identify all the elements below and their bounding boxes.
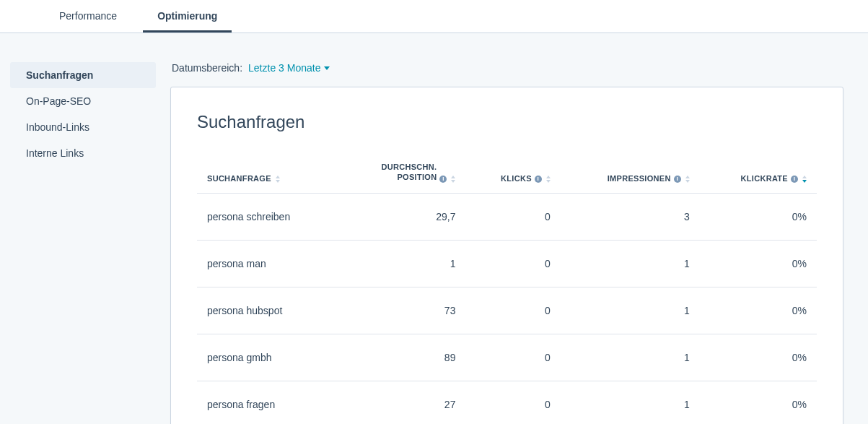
tab-optimierung[interactable]: Optimierung <box>143 0 232 33</box>
date-range-label: Datumsbereich: <box>172 62 242 74</box>
col-header-query[interactable]: SUCHANFRAGE <box>197 154 338 193</box>
sort-icon <box>802 176 807 183</box>
sidebar: Suchanfragen On-Page-SEO Inbound-Links I… <box>10 62 156 424</box>
cell-position: 73 <box>338 287 466 334</box>
page-body: Suchanfragen On-Page-SEO Inbound-Links I… <box>0 33 868 424</box>
cell-query: persona man <box>197 240 338 287</box>
date-range-select[interactable]: Letzte 3 Monate <box>248 62 330 74</box>
table-row: persona gmbh89010% <box>197 334 817 381</box>
col-header-position-label-2: POSITION <box>397 173 437 183</box>
col-header-clicks[interactable]: KLICKS i <box>465 154 560 193</box>
cell-position: 29,7 <box>338 193 466 240</box>
cell-position: 89 <box>338 334 466 381</box>
cell-clicks: 0 <box>465 287 560 334</box>
top-tabs: Performance Optimierung <box>0 0 868 33</box>
col-header-clicks-label: KLICKS <box>501 174 532 183</box>
cell-query: persona fragen <box>197 381 338 424</box>
cell-impressions: 1 <box>561 381 700 424</box>
sort-icon <box>451 176 455 183</box>
sort-icon <box>546 176 551 183</box>
col-header-position-label-1: DURCHSCHN. <box>381 163 437 173</box>
info-icon: i <box>791 176 798 183</box>
queries-table: SUCHANFRAGE DURCHSCHN. POSITION i <box>197 154 817 424</box>
cell-impressions: 3 <box>561 193 700 240</box>
cell-query: persona hubspot <box>197 287 338 334</box>
col-header-impressions-label: IMPRESSIONEN <box>608 174 671 183</box>
cell-position: 27 <box>338 381 466 424</box>
cell-ctr: 0% <box>700 287 817 334</box>
cell-query: persona schreiben <box>197 193 338 240</box>
col-header-impressions[interactable]: IMPRESSIONEN i <box>561 154 700 193</box>
panel-title: Suchanfragen <box>197 112 817 132</box>
date-range-value: Letzte 3 Monate <box>248 62 320 74</box>
info-icon: i <box>674 176 681 183</box>
sidebar-item-interne-links[interactable]: Interne Links <box>10 140 156 166</box>
cell-impressions: 1 <box>561 334 700 381</box>
table-row: persona fragen27010% <box>197 381 817 424</box>
table-row: persona hubspot73010% <box>197 287 817 334</box>
col-header-position[interactable]: DURCHSCHN. POSITION i <box>338 154 466 193</box>
cell-query: persona gmbh <box>197 334 338 381</box>
cell-ctr: 0% <box>700 381 817 424</box>
tab-performance[interactable]: Performance <box>45 0 131 33</box>
cell-clicks: 0 <box>465 193 560 240</box>
table-row: persona man1010% <box>197 240 817 287</box>
cell-clicks: 0 <box>465 240 560 287</box>
sort-icon <box>685 176 690 183</box>
main-content: Datumsbereich: Letzte 3 Monate Suchanfra… <box>156 62 868 424</box>
sidebar-item-onpage-seo[interactable]: On-Page-SEO <box>10 88 156 114</box>
cell-ctr: 0% <box>700 193 817 240</box>
date-range-row: Datumsbereich: Letzte 3 Monate <box>172 62 843 74</box>
info-icon: i <box>535 176 542 183</box>
cell-clicks: 0 <box>465 334 560 381</box>
col-header-ctr[interactable]: KLICKRATE i <box>700 154 817 193</box>
cell-impressions: 1 <box>561 287 700 334</box>
col-header-query-label: SUCHANFRAGE <box>207 174 271 183</box>
chevron-down-icon <box>324 66 330 70</box>
cell-ctr: 0% <box>700 334 817 381</box>
cell-clicks: 0 <box>465 381 560 424</box>
col-header-ctr-label: KLICKRATE <box>741 174 788 183</box>
sidebar-item-inbound-links[interactable]: Inbound-Links <box>10 114 156 140</box>
table-row: persona schreiben29,7030% <box>197 193 817 240</box>
cell-ctr: 0% <box>700 240 817 287</box>
sort-icon <box>276 176 280 183</box>
sidebar-item-suchanfragen[interactable]: Suchanfragen <box>10 62 156 88</box>
panel: Suchanfragen SUCHANFRAGE <box>170 87 843 424</box>
cell-position: 1 <box>338 240 466 287</box>
cell-impressions: 1 <box>561 240 700 287</box>
info-icon: i <box>439 176 447 183</box>
